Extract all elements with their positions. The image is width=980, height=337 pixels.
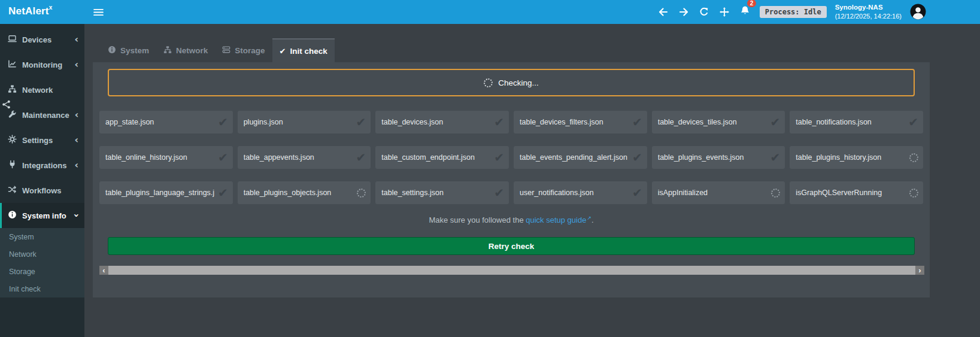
- check-icon: ✔: [280, 47, 286, 55]
- loading-spinner-icon: [909, 189, 918, 198]
- check-icon: ✔: [770, 151, 781, 163]
- nav-forward-button[interactable]: [678, 6, 690, 18]
- sidebar-item-devices[interactable]: Devices ‹ ‹: [0, 27, 84, 52]
- check-item-label: table_plugins_events.json: [658, 153, 767, 162]
- check-item: table_devices.json✔: [375, 111, 509, 133]
- loading-spinner-icon: [909, 153, 918, 162]
- check-icon: ✔: [356, 151, 366, 163]
- sidebar-item-integrations[interactable]: Integrations ‹ ‹: [0, 153, 84, 178]
- check-item-label: table_events_pending_alert.json: [520, 153, 629, 162]
- chevron-left-icon: ‹: [74, 60, 78, 69]
- app-name-superscript: x: [49, 4, 53, 11]
- wrench-icon: [8, 110, 17, 120]
- scroll-left-arrow[interactable]: ‹: [99, 266, 108, 275]
- gear-icon: [8, 135, 17, 145]
- check-item: app_state.json✔: [99, 111, 233, 133]
- check-item-label: table_appevents.json: [244, 153, 353, 162]
- tab-label: Network: [176, 46, 208, 55]
- check-icon: ✔: [632, 116, 642, 128]
- retry-check-button[interactable]: Retry check: [108, 237, 915, 255]
- sidebar-item-workflows[interactable]: Workflows ‹ ‹: [0, 178, 84, 203]
- sidebar-item-label: Integrations: [22, 161, 69, 170]
- check-item-label: table_devices_filters.json: [520, 118, 629, 126]
- sidebar-item-system-info[interactable]: System info ‹ ‹: [0, 203, 84, 228]
- sidebar-item-label: Settings: [22, 136, 69, 145]
- check-item: plugins.json✔: [238, 111, 371, 133]
- scrollbar-thumb[interactable]: [108, 266, 915, 275]
- setup-guide-note: Make sure you followed the quick setup g…: [93, 215, 930, 224]
- sidebar-item-maintenance[interactable]: Maintenance ‹ ‹: [0, 102, 84, 127]
- horizontal-scrollbar[interactable]: ‹ ›: [99, 266, 924, 275]
- app-logo[interactable]: NetAlertx: [0, 0, 84, 24]
- arrows-move-icon: [720, 7, 729, 17]
- sidebar-item-label: Maintenance: [22, 111, 69, 120]
- chevron-left-icon: ‹: [74, 135, 78, 145]
- check-item-label: plugins.json: [244, 118, 353, 126]
- check-item: isGraphQLServerRunning✔: [790, 181, 923, 204]
- sidebar-nav: Devices ‹ ‹ Monitoring ‹ ‹ Network ‹ ‹ M…: [0, 24, 84, 297]
- check-item-label: table_custom_endpoint.json: [381, 153, 490, 162]
- spinner-icon: [484, 78, 493, 87]
- host-info: Synology-NAS (12/12/2025, 14:22:16): [835, 2, 902, 21]
- tab-label: Storage: [235, 46, 265, 55]
- tab-system[interactable]: System: [101, 38, 156, 62]
- check-item-label: app_state.json: [105, 118, 214, 126]
- sidebar-item-label: Devices: [22, 35, 69, 44]
- tab-bar: System Network Storage ✔ Init check: [101, 38, 980, 62]
- check-item: isAppInitialized✔: [652, 181, 785, 204]
- check-item-label: table_devices.json: [381, 118, 490, 126]
- check-item: table_devices_filters.json✔: [514, 111, 647, 133]
- check-item: user_notifications.json✔: [514, 181, 647, 204]
- check-icon: ✔: [494, 187, 504, 199]
- notifications-button[interactable]: 2: [739, 4, 751, 19]
- sidebar-item-label: Monitoring: [22, 60, 69, 69]
- checking-status-text: Checking...: [498, 78, 539, 87]
- sidebar-item-label: Workflows: [22, 186, 78, 195]
- check-item-label: isGraphQLServerRunning: [796, 189, 906, 197]
- submenu-item-label: Network: [9, 250, 37, 259]
- submenu-item-network[interactable]: Network: [0, 245, 84, 263]
- host-timestamp: (12/12/2025, 14:22:16): [835, 12, 902, 21]
- process-status-badge: Process: Idle: [760, 6, 827, 18]
- submenu-item-label: System: [9, 233, 34, 241]
- check-icon: ✔: [770, 116, 781, 128]
- chevron-left-icon: ‹: [75, 110, 79, 120]
- check-item: table_online_history.json✔: [99, 146, 233, 169]
- user-avatar[interactable]: [910, 4, 926, 20]
- external-link-icon: ↗: [587, 215, 591, 221]
- main-content: System Network Storage ✔ Init check Chec…: [84, 24, 980, 337]
- scroll-right-arrow[interactable]: ›: [915, 266, 924, 275]
- init-check-panel: Checking... app_state.json✔ plugins.json…: [93, 62, 930, 297]
- tab-label: Init check: [290, 47, 327, 56]
- submenu-item-label: Storage: [9, 268, 35, 276]
- refresh-button[interactable]: [698, 6, 710, 18]
- submenu-item-init-check[interactable]: Init check: [0, 280, 84, 297]
- sidebar-item-network[interactable]: Network ‹ ‹: [0, 77, 84, 102]
- submenu-item-system[interactable]: System: [0, 228, 84, 245]
- network-icon: [163, 45, 172, 56]
- check-icon: ✔: [494, 116, 504, 128]
- info-circle-icon: [108, 45, 116, 56]
- move-arrows-button[interactable]: [718, 6, 730, 18]
- floating-plugin-icon: [2, 100, 11, 109]
- check-item-label: table_settings.json: [381, 189, 490, 197]
- storage-icon: [222, 45, 230, 56]
- check-item: table_notifications.json✔: [790, 111, 923, 133]
- nav-back-button[interactable]: [657, 6, 669, 18]
- notification-count-badge: 2: [747, 0, 756, 7]
- check-icon: ✔: [218, 151, 228, 163]
- tab-network[interactable]: Network: [156, 38, 215, 62]
- quick-setup-guide-link[interactable]: quick setup guide↗: [526, 215, 591, 224]
- chevron-down-icon: ‹: [72, 214, 81, 218]
- loading-spinner-icon: [357, 189, 366, 198]
- sidebar-item-settings[interactable]: Settings ‹ ‹: [0, 127, 84, 153]
- submenu-item-storage[interactable]: Storage: [0, 263, 84, 280]
- tab-init-check[interactable]: ✔ Init check: [272, 38, 335, 62]
- check-icon: ✔: [218, 187, 228, 199]
- hamburger-menu-button[interactable]: [84, 1, 113, 23]
- check-item-label: table_online_history.json: [105, 153, 214, 162]
- sidebar-item-monitoring[interactable]: Monitoring ‹ ‹: [0, 52, 84, 77]
- tab-storage[interactable]: Storage: [215, 38, 272, 62]
- check-item: table_plugins_events.json✔: [652, 146, 785, 169]
- check-item-label: table_plugins_language_strings.json: [105, 189, 214, 197]
